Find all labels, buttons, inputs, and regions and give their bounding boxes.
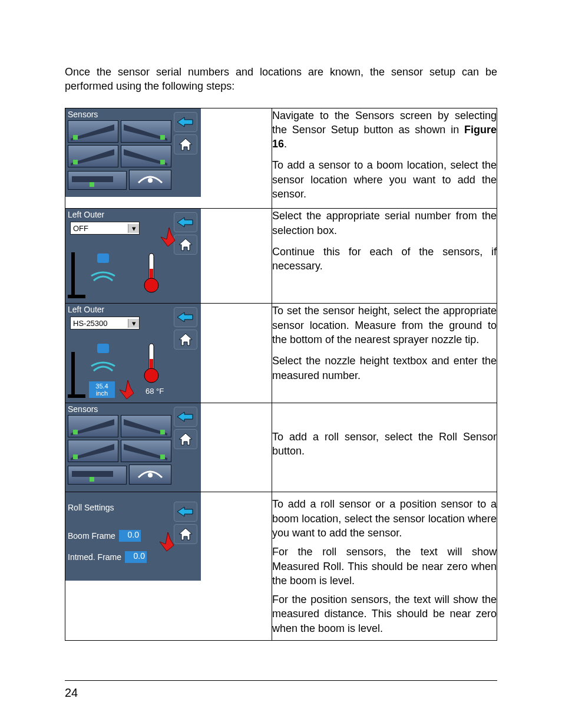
panel-title: Left Outer	[68, 210, 104, 219]
svg-marker-19	[177, 312, 193, 322]
svg-marker-39	[179, 528, 192, 540]
page-number: 24	[65, 686, 78, 700]
svg-rect-9	[160, 160, 165, 164]
thermometer-icon	[143, 252, 160, 295]
boom-bottom-right[interactable]	[121, 440, 171, 462]
row3-text2: Select the nozzle height textbox and ent…	[272, 354, 497, 383]
hand-cursor-icon	[114, 375, 141, 403]
back-button[interactable]	[174, 407, 197, 427]
row2-text1: Select the appropriate serial number fro…	[272, 209, 497, 238]
svg-point-18	[144, 278, 158, 292]
back-button[interactable]	[174, 502, 197, 522]
svg-rect-7	[73, 160, 78, 164]
row1-text2: To add a sensor to a boom location, sele…	[272, 158, 497, 201]
svg-marker-26	[179, 433, 192, 445]
svg-rect-35	[72, 471, 113, 477]
home-icon	[178, 432, 193, 446]
ultrasonic-sensor-icon	[87, 342, 120, 375]
home-button[interactable]	[174, 429, 197, 449]
svg-marker-38	[177, 507, 193, 516]
roll-sensor-icon	[135, 468, 166, 481]
panel-title: Left Outer	[68, 305, 104, 314]
serial-select-value: HS-25300	[71, 319, 128, 328]
hand-cursor-icon	[155, 223, 182, 250]
boom-bottom-right[interactable]	[121, 145, 171, 167]
row4-text1: To add a roll sensor, select the Roll Se…	[272, 430, 497, 459]
svg-rect-15	[97, 253, 109, 263]
roll-row-value: 0.0	[119, 530, 141, 542]
home-button[interactable]	[174, 134, 197, 154]
svg-rect-5	[160, 135, 165, 140]
boom-top-right[interactable]	[121, 415, 171, 437]
home-icon	[178, 137, 193, 151]
svg-point-37	[148, 473, 153, 477]
roll-row-value: 0.0	[125, 551, 147, 563]
boom-frame-icon	[68, 352, 85, 400]
boom-frame-icon	[68, 252, 85, 301]
serial-select[interactable]: OFF ▾	[70, 222, 140, 235]
row2-text2: Continue this for each of the sensors, i…	[272, 245, 497, 274]
roll-sensor-button[interactable]	[129, 170, 171, 190]
height-unit: inch	[89, 390, 115, 397]
intro-text: Once the sensor serial numbers and locat…	[65, 65, 497, 94]
hand-cursor-icon	[154, 528, 181, 555]
svg-marker-1	[179, 139, 192, 150]
serial-select[interactable]: HS-25300 ▾	[70, 317, 140, 330]
ultrasonic-sensor-icon	[87, 252, 120, 285]
left-outer-panel: Left Outer OFF ▾	[65, 209, 201, 303]
row5-text1: To add a roll sensor or a position senso…	[272, 497, 497, 540]
svg-rect-21	[97, 344, 109, 353]
svg-rect-30	[160, 430, 165, 434]
home-button[interactable]	[174, 330, 197, 350]
dropdown-caret-icon: ▾	[128, 319, 139, 328]
panel-title: Roll Settings	[68, 503, 114, 512]
boom-bottom-left[interactable]	[68, 440, 118, 462]
nozzle-height-textbox[interactable]: 35.4 inch	[89, 381, 115, 398]
svg-rect-28	[73, 430, 78, 434]
roll-settings-panel: Roll Settings Boom Frame 0.0 Intmed. Fra…	[65, 492, 201, 581]
row5-text3: For the position sensors, the text will …	[272, 592, 497, 635]
roll-row-label: Intmed. Frame	[68, 552, 121, 562]
roll-row-boom-frame[interactable]: Boom Frame 0.0	[68, 530, 141, 542]
row5-text2: For the roll sensors, the text will show…	[272, 545, 497, 588]
svg-rect-11	[90, 182, 94, 187]
back-arrow-icon	[177, 506, 194, 518]
back-button[interactable]	[174, 307, 197, 327]
boom-top-right[interactable]	[121, 120, 171, 143]
panel-title: Sensors	[68, 110, 98, 119]
row1-text1: Navigate to the Sensors screen by select…	[272, 108, 497, 151]
serial-select-value: OFF	[71, 224, 128, 233]
temperature-label: 68 °F	[146, 387, 164, 396]
svg-rect-3	[73, 135, 78, 140]
roll-sensor-icon	[135, 173, 166, 186]
left-outer-set-panel: Left Outer HS-25300 ▾	[65, 304, 201, 403]
back-arrow-icon	[177, 311, 194, 323]
svg-rect-10	[72, 176, 113, 182]
back-arrow-icon	[177, 116, 194, 128]
row3-text1: To set the sensor height, select the app…	[272, 304, 497, 347]
boom-center[interactable]	[68, 171, 127, 190]
sensors-panel: Sensors	[65, 403, 201, 492]
boom-top-left[interactable]	[68, 120, 118, 143]
svg-marker-25	[177, 412, 193, 421]
dropdown-caret-icon: ▾	[128, 224, 139, 233]
boom-center[interactable]	[68, 466, 127, 485]
svg-rect-36	[90, 477, 94, 482]
back-button[interactable]	[174, 112, 197, 132]
svg-point-12	[148, 178, 153, 183]
roll-sensor-button[interactable]	[129, 465, 171, 485]
footer-rule	[65, 680, 497, 681]
svg-point-24	[144, 368, 158, 383]
back-arrow-icon	[177, 411, 194, 423]
height-value: 35.4	[89, 383, 115, 390]
panel-title: Sensors	[68, 404, 98, 414]
steps-table: Sensors	[65, 108, 497, 641]
roll-row-intmed-frame[interactable]: Intmed. Frame 0.0	[68, 551, 147, 563]
roll-row-label: Boom Frame	[68, 531, 115, 541]
svg-marker-20	[179, 334, 192, 345]
boom-top-left[interactable]	[68, 415, 118, 437]
thermometer-icon	[143, 342, 160, 385]
home-icon	[178, 332, 193, 347]
boom-bottom-left[interactable]	[68, 145, 118, 167]
svg-rect-34	[160, 454, 165, 459]
